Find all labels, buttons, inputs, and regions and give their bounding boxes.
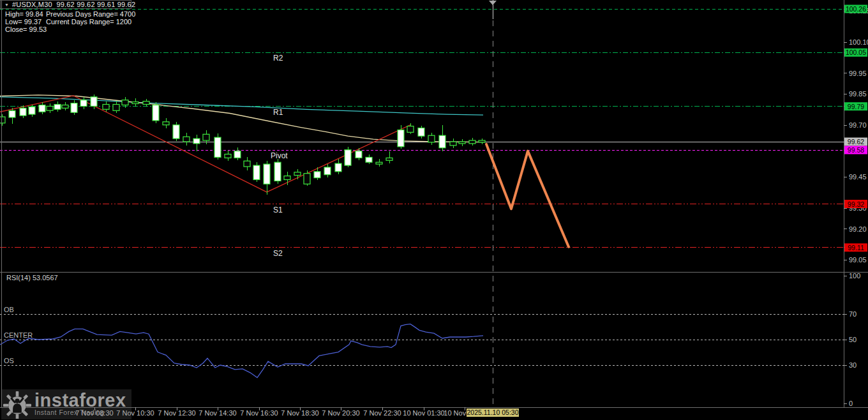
separator-marker-icon [489, 1, 497, 5]
candle-body [80, 100, 87, 107]
candle-body [284, 176, 290, 180]
candle-body [153, 105, 159, 121]
instaforex-gear-icon [3, 391, 31, 419]
candle-body [143, 101, 149, 105]
candle-body [132, 102, 138, 104]
rsi-zone-label-OB: OB [4, 306, 14, 313]
candle-body [193, 139, 200, 144]
candle-body [103, 105, 109, 110]
candle-body [173, 125, 179, 139]
rsi-zone-label-OS: OS [4, 357, 14, 364]
info-close: Close= 99.53 [5, 26, 47, 33]
level-label-R2: R2 [273, 54, 283, 63]
symbol-dropdown[interactable]: ▼ #USDX,M30 99.62 99.62 99.61 99.62 [0, 0, 131, 9]
price-tick-label: 100.10 [849, 38, 868, 46]
candle-body [304, 174, 310, 184]
forecast-arrow-line [486, 144, 569, 247]
rsi-tick-label: 70 [849, 310, 857, 318]
candle-body [274, 162, 281, 181]
info-row: High= 99.84Previous Days Range= 4700 [5, 10, 135, 18]
candle-body [335, 163, 341, 172]
price-tick-label: 99.70 [849, 121, 867, 129]
info-curr-range: Current Days Range= 1200 [46, 18, 131, 26]
price-tick-label: 99.95 [849, 70, 867, 77]
candle-body [0, 117, 5, 123]
time-tick-label: 10 Nov 01:30 [403, 409, 444, 417]
candle-body [439, 135, 445, 148]
candle-body [479, 140, 485, 142]
candle-body [113, 105, 119, 111]
crosshair-time-badge: 2025.11.10 05:30 [467, 409, 519, 417]
candle-body [294, 172, 301, 176]
candle-body [314, 172, 320, 178]
level-label-S2: S2 [273, 249, 283, 258]
candle-body [122, 100, 128, 105]
candle-body [244, 161, 250, 167]
price-badge-label: 99.58 [848, 146, 864, 154]
info-row: Close= 99.53 [5, 26, 135, 33]
candle-body [47, 106, 53, 110]
price-tick-label: 99.45 [849, 173, 867, 181]
candle-body [183, 137, 190, 142]
chart-canvas[interactable]: R2R1PivotS1S2OBCENTEROS100.25100.1099.95… [0, 0, 868, 420]
time-tick-label: 7 Nov 16:30 [240, 409, 278, 417]
info-prev-range: Previous Days Range= 4700 [46, 10, 135, 18]
candle-body [386, 158, 393, 160]
candle-body [469, 140, 475, 144]
mt4-chart-window: R2R1PivotS1S2OBCENTEROS100.25100.1099.95… [0, 0, 868, 420]
candle-body [345, 150, 351, 165]
price-badge-label: 99.11 [848, 244, 864, 251]
candle-body [428, 135, 435, 142]
candle-body [39, 105, 45, 112]
candle-body [253, 165, 260, 179]
broker-logo: instaforex Instant Forex Trading [1, 389, 131, 419]
info-low: Low= 99.37 [5, 18, 46, 26]
ma-slow-line [0, 95, 485, 142]
level-label-R1: R1 [273, 108, 283, 117]
candle-body [459, 142, 465, 144]
time-tick-label: 7 Nov 14:30 [198, 409, 236, 417]
candle-body [29, 107, 35, 114]
candle-body [324, 167, 331, 175]
rsi-tick-label: 50 [849, 336, 857, 343]
price-badge-label: 100.26 [846, 5, 866, 13]
price-badge-label: 99.79 [848, 103, 864, 110]
rsi-line [0, 324, 483, 378]
level-label-Pivot: Pivot [271, 151, 288, 160]
time-tick-label: 7 Nov 22:30 [363, 409, 401, 417]
time-tick-label: 7 Nov 20:30 [322, 409, 359, 417]
candle-body [418, 128, 424, 137]
candle-body [203, 134, 209, 140]
rsi-tick-label: 100 [849, 272, 860, 280]
candle-body [376, 162, 382, 164]
candle-body [62, 105, 68, 109]
price-tick-label: 99.85 [849, 90, 867, 98]
candle-body [225, 154, 231, 158]
price-badge-label: 100.05 [846, 49, 866, 56]
rsi-indicator-label: RSI(14) 53.0567 [6, 274, 58, 281]
candle-body [163, 122, 169, 125]
price-tick-label: 99.05 [849, 256, 867, 264]
candle-body [71, 103, 77, 113]
indicator-info-panel: High= 99.84Previous Days Range= 4700 Low… [5, 10, 135, 33]
rsi-tick-label: 0 [849, 400, 853, 407]
info-row: Low= 99.37Current Days Range= 1200 [5, 18, 135, 26]
candle-body [234, 151, 241, 158]
candle-body [214, 137, 221, 157]
time-tick-label: 7 Nov 12:30 [158, 409, 195, 417]
candle-body [54, 105, 61, 110]
candle-body [264, 164, 270, 184]
rsi-zone-label-CENTER: CENTER [4, 331, 33, 339]
dropdown-arrow-icon[interactable]: ▼ [4, 3, 9, 7]
candle-body [407, 126, 414, 133]
candle-body [366, 157, 372, 162]
candle-body [20, 108, 26, 116]
candle-body [9, 110, 15, 117]
price-tick-label: 99.20 [849, 225, 867, 233]
info-high: High= 99.84 [5, 10, 46, 18]
level-label-S1: S1 [273, 206, 283, 214]
price-badge-label: 99.62 [848, 138, 864, 146]
time-tick-label: 7 Nov 18:30 [281, 409, 318, 417]
symbol-ohlc-title: #USDX,M30 99.62 99.62 99.61 99.62 [12, 1, 135, 8]
candle-body [450, 142, 456, 146]
